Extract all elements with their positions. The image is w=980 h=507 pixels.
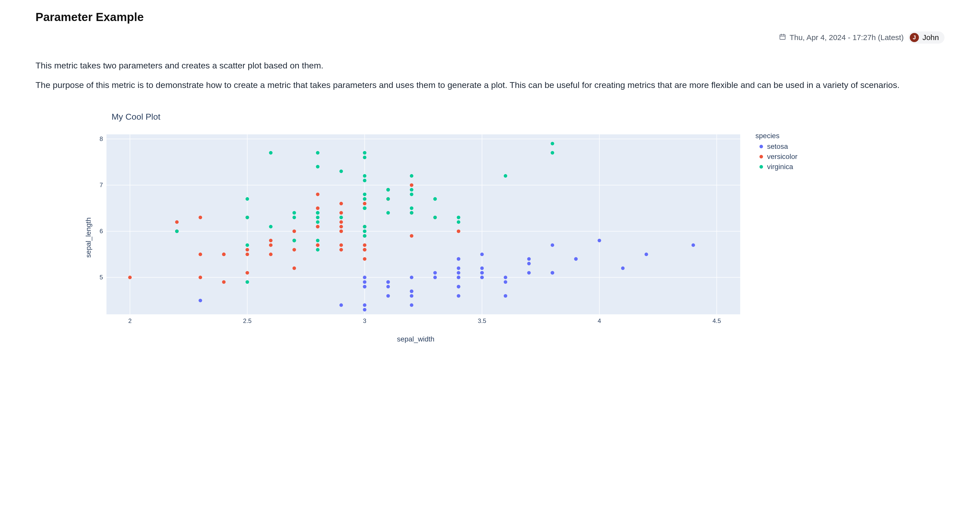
data-point[interactable] [457,257,460,261]
data-point[interactable] [316,165,320,168]
data-point[interactable] [316,151,320,155]
legend-item-setosa[interactable]: setosa [759,143,797,151]
data-point[interactable] [550,151,554,155]
user-chip[interactable]: J John [908,32,945,44]
data-point[interactable] [363,304,367,307]
data-point[interactable] [316,243,320,247]
data-point[interactable] [128,276,132,279]
data-point[interactable] [269,253,272,256]
data-point[interactable] [410,211,414,215]
data-point[interactable] [386,285,390,288]
data-point[interactable] [222,280,226,284]
data-point[interactable] [339,225,343,229]
data-point[interactable] [339,216,343,219]
data-point[interactable] [574,257,578,261]
data-point[interactable] [363,197,367,201]
data-point[interactable] [480,271,484,275]
data-point[interactable] [363,280,367,284]
data-point[interactable] [550,243,554,247]
data-point[interactable] [293,216,296,219]
data-point[interactable] [269,243,272,247]
data-point[interactable] [410,207,414,210]
chart-svg[interactable]: 22.533.544.55678 [86,132,745,329]
data-point[interactable] [410,234,414,238]
data-point[interactable] [199,276,202,279]
data-point[interactable] [316,220,320,224]
data-point[interactable] [339,230,343,233]
data-point[interactable] [363,243,367,247]
data-point[interactable] [269,239,272,242]
data-point[interactable] [457,216,460,219]
data-point[interactable] [316,211,320,215]
data-point[interactable] [339,248,343,252]
data-point[interactable] [644,253,648,256]
data-point[interactable] [527,271,531,275]
data-point[interactable] [246,253,249,256]
data-point[interactable] [410,294,414,298]
data-point[interactable] [363,174,367,178]
data-point[interactable] [316,248,320,252]
data-point[interactable] [363,151,367,155]
data-point[interactable] [598,239,601,242]
data-point[interactable] [339,211,343,215]
data-point[interactable] [175,230,179,233]
legend-item-versicolor[interactable]: versicolor [759,153,797,161]
data-point[interactable] [480,266,484,270]
data-point[interactable] [339,243,343,247]
data-point[interactable] [175,220,179,224]
data-point[interactable] [410,184,414,187]
data-point[interactable] [386,211,390,215]
data-point[interactable] [199,253,202,256]
data-point[interactable] [692,243,695,247]
data-point[interactable] [410,289,414,293]
data-point[interactable] [363,202,367,205]
data-point[interactable] [433,276,437,279]
data-point[interactable] [410,188,414,192]
data-point[interactable] [363,276,367,279]
data-point[interactable] [363,207,367,210]
data-point[interactable] [527,262,531,265]
data-point[interactable] [504,174,507,178]
data-point[interactable] [269,225,272,229]
scatter-chart[interactable]: sepal_length 22.533.544.55678 sepal_widt… [86,132,745,343]
data-point[interactable] [363,230,367,233]
data-point[interactable] [293,230,296,233]
data-point[interactable] [550,142,554,146]
date-chip[interactable]: Thu, Apr 4, 2024 - 17:27h (Latest) [779,33,904,42]
data-point[interactable] [504,280,507,284]
data-point[interactable] [269,151,272,155]
data-point[interactable] [363,285,367,288]
data-point[interactable] [246,216,249,219]
data-point[interactable] [363,257,367,261]
data-point[interactable] [363,225,367,229]
data-point[interactable] [457,220,460,224]
data-point[interactable] [457,266,460,270]
data-point[interactable] [410,276,414,279]
data-point[interactable] [410,193,414,196]
data-point[interactable] [457,271,460,275]
data-point[interactable] [433,271,437,275]
data-point[interactable] [339,220,343,224]
data-point[interactable] [386,197,390,201]
data-point[interactable] [457,276,460,279]
data-point[interactable] [293,248,296,252]
data-point[interactable] [410,174,414,178]
data-point[interactable] [504,294,507,298]
data-point[interactable] [246,197,249,201]
data-point[interactable] [527,257,531,261]
data-point[interactable] [363,193,367,196]
data-point[interactable] [363,248,367,252]
legend-item-virginica[interactable]: virginica [759,163,797,171]
data-point[interactable] [293,239,296,242]
data-point[interactable] [457,230,460,233]
data-point[interactable] [621,266,625,270]
data-point[interactable] [316,207,320,210]
data-point[interactable] [293,211,296,215]
data-point[interactable] [246,280,249,284]
data-point[interactable] [199,216,202,219]
data-point[interactable] [363,308,367,312]
data-point[interactable] [410,304,414,307]
data-point[interactable] [480,276,484,279]
data-point[interactable] [550,271,554,275]
data-point[interactable] [363,156,367,159]
